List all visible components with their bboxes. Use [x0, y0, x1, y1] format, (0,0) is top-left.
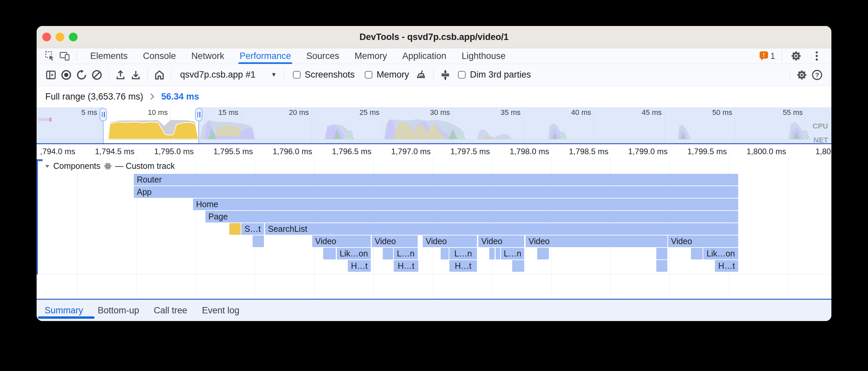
- flame-bar-label: Lik…on: [707, 249, 735, 258]
- tab-elements[interactable]: Elements: [90, 48, 128, 64]
- flame-bar[interactable]: [512, 260, 524, 272]
- flame-chart-area[interactable]: Components — Custom track RouterAppHomeP…: [37, 156, 831, 299]
- flame-bar-video[interactable]: Video: [668, 235, 738, 247]
- right-selection-handle[interactable]: [195, 108, 203, 121]
- flame-bar[interactable]: [441, 248, 448, 259]
- download-profile-icon[interactable]: [128, 67, 144, 83]
- overview-tick-label: 45 ms: [642, 108, 662, 117]
- device-toolbar-icon[interactable]: [57, 49, 72, 63]
- left-selection-handle[interactable]: [99, 108, 107, 121]
- reload-record-icon[interactable]: [74, 67, 89, 83]
- screenshots-checkbox-group[interactable]: Screenshots: [293, 69, 355, 80]
- bottom-tab-eventlog[interactable]: Event log: [202, 305, 240, 316]
- upload-profile-icon[interactable]: [113, 67, 128, 83]
- flame-bar-ln[interactable]: L…n: [394, 248, 418, 259]
- ruler-label: 1,799.5 ms: [687, 147, 727, 156]
- flame-bar-page[interactable]: Page: [205, 211, 738, 223]
- ruler-label: 1,796.0 ms: [273, 147, 312, 156]
- flame-bar[interactable]: [229, 223, 241, 235]
- flame-bar-ht[interactable]: H…t: [348, 260, 371, 272]
- flame-bar-ln[interactable]: L…n: [449, 248, 477, 259]
- ruler-label: 1,795.0 ms: [154, 147, 194, 156]
- bottom-tab-bottomup[interactable]: Bottom-up: [98, 305, 140, 316]
- capture-settings-gear-icon[interactable]: [794, 67, 809, 83]
- flame-bar-video[interactable]: Video: [372, 235, 418, 247]
- flame-bar[interactable]: [489, 248, 495, 259]
- collapse-sanitize-icon[interactable]: [438, 67, 453, 83]
- dim-3rd-parties-checkbox-group[interactable]: Dim 3rd parties: [458, 69, 531, 80]
- screenshots-checkbox[interactable]: [293, 71, 301, 79]
- flame-bar[interactable]: [253, 235, 264, 247]
- flame-bar[interactable]: [691, 248, 703, 259]
- flame-bar-likon[interactable]: Lik…on: [337, 248, 371, 259]
- memory-checkbox[interactable]: [365, 71, 372, 79]
- ruler-label: ,794.0 ms: [40, 147, 75, 156]
- flame-bar-video[interactable]: Video: [526, 235, 667, 247]
- panel-tab-bar: ElementsConsoleNetworkPerformanceSources…: [37, 48, 831, 64]
- flame-bar[interactable]: [383, 248, 393, 259]
- ruler-label: 1,794.5 ms: [95, 147, 134, 156]
- flame-bar[interactable]: [323, 248, 336, 259]
- overview-tick-label: 15 ms: [218, 108, 238, 117]
- tab-sources[interactable]: Sources: [306, 48, 339, 64]
- divider: [171, 69, 172, 81]
- clear-icon[interactable]: [89, 67, 104, 83]
- window-title: DevTools - qsvd7p.csb.app/video/1: [37, 26, 831, 48]
- overview-tick-label: 10 ms: [148, 108, 168, 117]
- tab-lighthouse[interactable]: Lighthouse: [462, 48, 505, 64]
- dim-3rd-parties-label: Dim 3rd parties: [470, 69, 531, 80]
- flame-bar-ht[interactable]: H…t: [394, 260, 418, 272]
- flame-bar-ht[interactable]: H…t: [449, 260, 477, 272]
- react-atom-icon: [104, 162, 112, 170]
- tab-performance[interactable]: Performance: [240, 48, 291, 64]
- flame-bar[interactable]: [537, 248, 549, 259]
- more-options-kebab-icon[interactable]: [809, 49, 824, 63]
- components-track-header[interactable]: Components — Custom track: [44, 161, 175, 171]
- memory-checkbox-group[interactable]: Memory: [365, 69, 409, 80]
- flame-bar-video[interactable]: Video: [478, 235, 524, 247]
- flame-bar-label: L…n: [454, 249, 472, 258]
- tab-memory[interactable]: Memory: [354, 48, 387, 64]
- dim-3rd-parties-checkbox[interactable]: [458, 71, 466, 79]
- flame-bar[interactable]: [656, 260, 667, 272]
- tab-application[interactable]: Application: [402, 48, 446, 64]
- details-tab-bar: SummaryBottom-upCall treeEvent log: [37, 300, 831, 321]
- flame-bar-router[interactable]: Router: [134, 174, 738, 186]
- flame-bar-label: Video: [526, 236, 550, 246]
- timeline-overview[interactable]: 5 ms10 ms15 ms20 ms25 ms30 ms35 ms40 ms4…: [37, 107, 831, 143]
- collapse-triangle-icon[interactable]: [44, 164, 50, 169]
- issues-counter[interactable]: ! 1: [759, 51, 775, 61]
- flame-bar-home[interactable]: Home: [193, 199, 738, 210]
- settings-gear-icon[interactable]: [789, 49, 803, 63]
- flame-bar[interactable]: [496, 248, 500, 259]
- flame-bar-likon[interactable]: Lik…on: [703, 248, 738, 259]
- tab-network[interactable]: Network: [191, 48, 224, 64]
- flame-bar[interactable]: [656, 248, 667, 259]
- flame-bar-video[interactable]: Video: [423, 235, 477, 247]
- ruler-label: 1,799.0 ms: [628, 147, 668, 156]
- flame-gridline: [77, 156, 78, 299]
- flame-bar-st[interactable]: S…t: [241, 223, 264, 235]
- tab-console[interactable]: Console: [143, 48, 176, 64]
- record-icon[interactable]: [59, 67, 74, 83]
- breadcrumb-full-range[interactable]: Full range (3,653.76 ms): [45, 92, 143, 102]
- flame-bar-video[interactable]: Video: [312, 235, 371, 247]
- bottom-tab-summary[interactable]: Summary: [44, 305, 83, 316]
- home-icon[interactable]: [152, 67, 167, 83]
- divider: [433, 69, 434, 81]
- flame-bar-app[interactable]: App: [134, 186, 738, 198]
- tab-label: Performance: [240, 51, 291, 61]
- overview-tick-label: 55 ms: [783, 108, 803, 117]
- flame-bar-searchlist[interactable]: SearchList: [265, 223, 738, 235]
- overview-tick-label: 40 ms: [571, 108, 591, 117]
- flame-bar-ht[interactable]: H…t: [715, 260, 738, 272]
- target-selector-dropdown[interactable]: qsvd7p.csb.app #1 ▼: [180, 69, 277, 80]
- help-icon[interactable]: ?: [809, 67, 825, 83]
- dock-panel-icon[interactable]: [43, 67, 59, 83]
- flame-bar-label: App: [134, 187, 151, 197]
- inspect-element-icon[interactable]: [42, 49, 57, 63]
- flame-bar-ln[interactable]: L…n: [501, 248, 524, 259]
- garbage-collect-broom-icon[interactable]: [414, 67, 429, 83]
- bottom-tab-calltree[interactable]: Call tree: [154, 305, 187, 316]
- breadcrumb-selected-range[interactable]: 56.34 ms: [161, 92, 199, 102]
